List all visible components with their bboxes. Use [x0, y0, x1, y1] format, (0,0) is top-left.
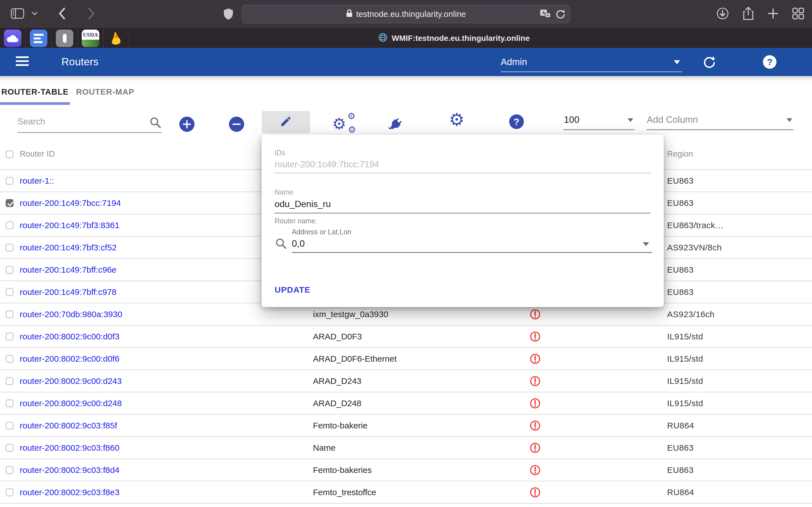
row-checkbox[interactable] — [6, 221, 13, 229]
router-id-link[interactable]: router-200:8002:9c03:f860 — [20, 443, 119, 453]
router-id-link[interactable]: router-200:70db:980a:3930 — [20, 309, 122, 319]
back-button[interactable] — [58, 7, 65, 21]
row-checkbox[interactable] — [6, 489, 13, 496]
router-id-link[interactable]: router-200:8002:9c03:f8d4 — [20, 465, 119, 475]
router-name: Femto-bakerie — [313, 421, 367, 431]
error-status-icon[interactable] — [529, 398, 541, 409]
router-name: ARAD_D248 — [313, 399, 361, 408]
table-row: router-200:8002:9c00:d243ARAD_D243IL915/… — [0, 370, 812, 392]
router-name: ARAD_D0F3 — [313, 332, 362, 341]
add-column-select[interactable]: Add Column — [646, 109, 794, 130]
active-browser-tab[interactable]: WMIF:testnode.eu.thingularity.online — [0, 29, 812, 48]
router-id-link[interactable]: router-200:8002:9c00:d248 — [20, 399, 122, 408]
error-status-icon[interactable] — [529, 309, 541, 320]
router-name: ARAD_D0F6-Ethernet — [313, 354, 397, 363]
row-checkbox[interactable] — [6, 444, 13, 452]
add-column-label: Add Column — [647, 114, 698, 125]
lock-icon — [346, 9, 353, 19]
error-status-icon[interactable] — [529, 487, 541, 498]
refresh-button[interactable] — [703, 55, 716, 70]
name-field[interactable]: odu_Denis_ru — [274, 199, 331, 209]
forward-button[interactable] — [88, 7, 95, 21]
share-icon[interactable] — [742, 6, 755, 22]
privacy-shield-icon[interactable] — [223, 8, 234, 21]
row-checkbox[interactable] — [6, 311, 13, 318]
chevron-down-icon[interactable] — [32, 11, 38, 17]
router-region: IL915/std — [667, 376, 703, 386]
router-id-link[interactable]: router-200:1c49:7bf3:cf52 — [20, 243, 117, 252]
error-status-icon[interactable] — [529, 331, 541, 342]
edit-router-button[interactable] — [262, 111, 310, 133]
error-status-icon[interactable] — [529, 353, 541, 364]
ids-value: router-200:1c49:7bcc:7194 — [274, 159, 379, 170]
remove-router-button[interactable] — [229, 117, 244, 132]
sidebar-icon[interactable] — [11, 8, 24, 20]
add-router-button[interactable] — [179, 117, 195, 132]
router-id-link[interactable]: router-200:8002:9c03:f8e3 — [20, 488, 119, 497]
name-field-underline — [274, 213, 651, 214]
caret-down-icon — [627, 118, 633, 122]
rows-per-page-select[interactable]: 100 — [563, 109, 635, 130]
router-id-link[interactable]: router-200:8002:9c00:d0f3 — [20, 332, 119, 341]
update-button[interactable]: UPDATE — [274, 285, 310, 295]
tab-overview-icon[interactable] — [792, 7, 805, 21]
row-checkbox[interactable] — [6, 399, 13, 407]
row-checkbox[interactable] — [6, 177, 13, 185]
row-checkbox[interactable] — [6, 377, 13, 385]
row-checkbox[interactable] — [6, 466, 13, 474]
row-checkbox[interactable] — [6, 199, 13, 207]
row-checkbox[interactable] — [6, 355, 13, 363]
router-id-link[interactable]: router-200:1c49:7bff:c978 — [20, 287, 116, 297]
row-checkbox[interactable] — [6, 244, 13, 251]
router-id-link[interactable]: router-200:8002:9c03:f85f — [20, 421, 117, 431]
row-checkbox[interactable] — [6, 288, 13, 296]
settings-button[interactable]: ⚙ — [449, 111, 465, 128]
globe-icon — [378, 33, 388, 44]
address-search-icon — [275, 238, 287, 251]
pencil-icon — [280, 115, 292, 129]
error-status-icon[interactable] — [529, 376, 541, 387]
menu-icon[interactable] — [16, 56, 29, 68]
downloads-icon[interactable] — [716, 7, 729, 21]
address-caret-icon[interactable] — [643, 242, 649, 246]
select-all-checkbox[interactable] — [6, 151, 13, 158]
router-id-link[interactable]: router-1:: — [20, 176, 54, 186]
address-bar[interactable]: testnode.eu.thingularity.online A✦ — [242, 5, 570, 23]
svg-text:✦: ✦ — [546, 13, 549, 17]
search-placeholder: Search — [17, 117, 45, 127]
router-name: Femto-bakeries — [313, 465, 371, 475]
address-field-underline — [292, 252, 652, 253]
table-help-button[interactable]: ? — [509, 114, 524, 129]
router-region: EU863 — [667, 287, 694, 297]
row-checkbox[interactable] — [6, 266, 13, 274]
edit-router-dialog: IDs router-200:1c49:7bcc:7194 Name odu_D… — [262, 135, 664, 307]
error-status-icon[interactable] — [529, 420, 541, 431]
router-id-link[interactable]: router-200:1c49:7bff:c96e — [20, 265, 116, 275]
error-status-icon[interactable] — [529, 442, 541, 453]
table-row: router-200:8002:9c00:d0f3ARAD_D0F3IL915/… — [0, 326, 812, 348]
url-text: testnode.eu.thingularity.online — [356, 10, 466, 19]
tab-router-map[interactable]: ROUTER-MAP — [70, 76, 140, 108]
connect-button[interactable] — [382, 113, 408, 136]
router-id-link[interactable]: router-200:8002:9c00:d243 — [20, 376, 122, 386]
translate-icon[interactable]: A✦ — [540, 9, 551, 20]
router-id-link[interactable]: router-200:1c49:7bcc:7194 — [20, 198, 121, 208]
bulk-settings-button[interactable]: ⚙ ⚙ ⚙ — [332, 110, 360, 137]
router-region: EU863/track… — [667, 221, 724, 230]
address-field[interactable]: 0,0 — [292, 238, 305, 249]
router-region: EU863 — [667, 443, 694, 453]
row-checkbox[interactable] — [6, 333, 13, 341]
screen: testnode.eu.thingularity.online A✦ — [0, 0, 812, 507]
browser-toolbar: testnode.eu.thingularity.online A✦ — [0, 0, 812, 28]
new-tab-icon[interactable] — [767, 8, 779, 20]
router-id-link[interactable]: router-200:1c49:7bf3:8361 — [20, 221, 119, 230]
error-status-icon[interactable] — [529, 464, 541, 476]
search-input[interactable]: Search — [17, 110, 162, 133]
row-checkbox[interactable] — [6, 421, 13, 430]
reload-icon[interactable] — [555, 9, 566, 20]
help-button[interactable]: ? — [763, 55, 776, 69]
router-id-link[interactable]: router-200:8002:9c00:d0f6 — [20, 354, 119, 363]
name-label: Name — [274, 188, 294, 196]
role-select[interactable]: Admin — [501, 52, 682, 72]
tab-title-text: WMIF:testnode.eu.thingularity.online — [392, 34, 529, 43]
